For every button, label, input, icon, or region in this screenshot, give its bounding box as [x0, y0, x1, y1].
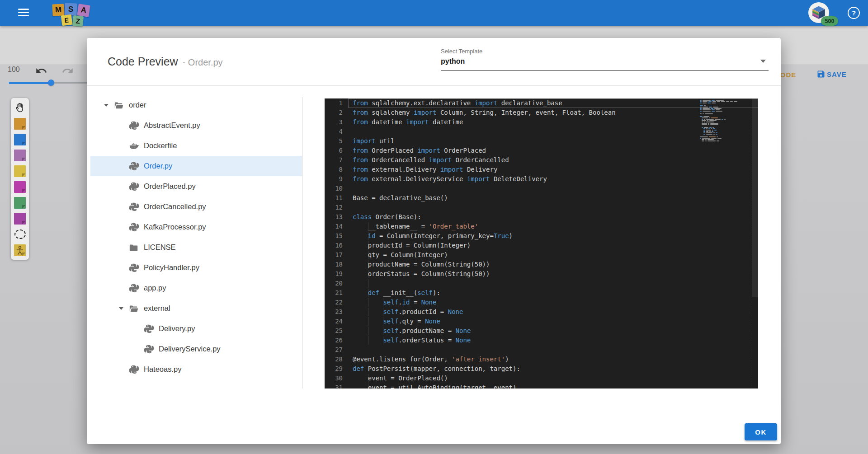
sticker-purple-shape — [14, 213, 26, 225]
line-number: 24 — [325, 317, 343, 326]
sticker-orange-sticker-icon[interactable] — [14, 117, 26, 130]
code-line: 27 — [325, 345, 758, 355]
menu-icon[interactable] — [18, 9, 29, 17]
sticker-magenta-sticker-icon[interactable] — [14, 181, 26, 193]
code-line-content: self.id = None — [348, 298, 758, 307]
template-select[interactable]: Select Template python — [441, 48, 769, 71]
line-number: 2 — [325, 108, 343, 117]
code-line-content: Base = declarative_base() — [348, 193, 758, 203]
indent-guide — [368, 279, 368, 288]
sticker-blue-sticker-icon[interactable] — [14, 133, 26, 145]
code-line: 14 __tablename__ = 'Order_table' — [325, 222, 758, 231]
tree-divider — [302, 97, 302, 388]
code-line-content: def __init__(self): — [348, 288, 758, 298]
tree-item-app.py[interactable]: app.py — [90, 278, 302, 298]
code-editor[interactable]: 1from sqlalchemy.ext.declarative import … — [325, 98, 758, 388]
save-button[interactable]: SAVE — [816, 70, 847, 79]
tree-item-label: order — [129, 101, 146, 109]
editor-scrollbar[interactable] — [752, 98, 758, 297]
code-line: 5import util — [325, 136, 758, 146]
undo-icon[interactable] — [35, 65, 47, 77]
zoom-slider[interactable] — [9, 79, 88, 86]
line-number: 26 — [325, 336, 343, 345]
tree-item-Hateoas.py[interactable]: Hateoas.py — [90, 359, 302, 379]
tree-item-Delivery.py[interactable]: Delivery.py — [90, 318, 302, 339]
chevron-down-icon[interactable] — [119, 307, 129, 310]
line-number: 12 — [325, 203, 343, 212]
tree-item-DeliveryService.py[interactable]: DeliveryService.py — [90, 339, 302, 359]
sticker-violet-sticker-icon[interactable] — [14, 149, 26, 161]
file-tree: orderAbstractEvent.pyDockerfileOrder.pyO… — [90, 95, 302, 379]
folder-icon — [129, 243, 139, 253]
python-icon — [129, 263, 139, 273]
line-number: 10 — [325, 184, 343, 193]
ok-button[interactable]: OK — [745, 423, 777, 440]
line-number: 28 — [325, 355, 343, 364]
code-line: 21 def __init__(self): — [325, 288, 758, 298]
sticker-yellow-sticker-icon[interactable] — [14, 165, 26, 177]
indent-guide — [383, 336, 383, 345]
tree-item-PolicyHandler.py[interactable]: PolicyHandler.py — [90, 257, 302, 278]
pan-tool-icon[interactable] — [14, 102, 26, 114]
tree-item-OrderCancelled.py[interactable]: OrderCancelled.py — [90, 197, 302, 217]
tree-item-Dockerfile[interactable]: Dockerfile — [90, 136, 302, 156]
line-number: 23 — [325, 307, 343, 317]
code-line-content: from OrderCancelled import OrderCancelle… — [348, 155, 758, 165]
logo-tile-Z: Z — [72, 15, 84, 27]
tree-item-AbstractEvent.py[interactable]: AbstractEvent.py — [90, 115, 302, 136]
redo-icon[interactable] — [61, 65, 74, 77]
tree-item-label: OrderPlaced.py — [144, 182, 196, 191]
tree-item-OrderPlaced.py[interactable]: OrderPlaced.py — [90, 176, 302, 197]
code-line-content — [348, 127, 758, 136]
tree-item-label: Hateoas.py — [144, 365, 181, 374]
line-number: 8 — [325, 165, 343, 174]
dialog-header: Code Preview - Order.py Select Template … — [87, 38, 781, 86]
line-number: 31 — [325, 383, 343, 388]
indent-guide — [368, 336, 368, 345]
folder-open-icon — [129, 304, 139, 314]
tree-item-external[interactable]: external — [90, 298, 302, 318]
tree-item-label: KafkaProcessor.py — [144, 223, 206, 231]
indent-guide — [368, 384, 368, 388]
code-line-content: self.productId = None — [348, 307, 758, 317]
line-number: 3 — [325, 117, 343, 127]
minimap-line — [700, 140, 742, 142]
python-icon — [144, 324, 154, 334]
slider-thumb[interactable] — [48, 80, 54, 86]
code-line-content: qty = Column(Integer) — [348, 250, 758, 260]
code-line-content: from datetime import datetime — [348, 117, 758, 127]
tree-item-label: app.py — [144, 284, 166, 292]
chevron-down-icon[interactable] — [104, 104, 114, 107]
tree-item-label: Delivery.py — [159, 324, 195, 333]
zoom-level: 100 — [8, 66, 20, 74]
code-line-content: from OrderPlaced import OrderPlaced — [348, 146, 758, 155]
tree-item-Order.py[interactable]: Order.py — [90, 156, 302, 176]
sticker-green-sticker-icon[interactable] — [14, 197, 26, 209]
indent-guide — [368, 241, 368, 250]
line-number: 17 — [325, 250, 343, 260]
help-icon[interactable]: ? — [848, 7, 860, 19]
indent-guide — [368, 232, 368, 240]
actor-sticker-icon[interactable] — [14, 244, 26, 256]
line-number: 20 — [325, 279, 343, 288]
code-line-content: class Order(Base): — [348, 212, 758, 222]
logo-tile-M: M — [52, 4, 64, 16]
tree-item-order[interactable]: order — [90, 95, 302, 115]
sticker-purple-sticker-icon[interactable] — [14, 212, 26, 225]
code-line-content: orderStatus = Column(String(50)) — [348, 269, 758, 279]
line-number: 14 — [325, 222, 343, 231]
logo-tile-A: A — [77, 4, 90, 17]
tree-item-KafkaProcessor.py[interactable]: KafkaProcessor.py — [90, 217, 302, 237]
code-line-content: from external.DeliveryService import Del… — [348, 174, 758, 184]
indent-guide — [368, 270, 368, 278]
code-line-content: import util — [348, 136, 758, 146]
code-line-content: from sqlalchemy.ext.declarative import d… — [348, 98, 758, 108]
line-number: 25 — [325, 326, 343, 336]
editor-minimap[interactable] — [700, 100, 742, 142]
floppy-disk-icon — [816, 70, 826, 79]
code-preview-dialog: Code Preview - Order.py Select Template … — [87, 38, 781, 444]
code-line-content: productName = Column(String(50)) — [348, 260, 758, 269]
tree-item-LICENSE[interactable]: LICENSE — [90, 237, 302, 257]
code-line: 31 event = util.AutoBinding(target, even… — [325, 383, 758, 388]
lasso-icon[interactable] — [14, 228, 26, 240]
